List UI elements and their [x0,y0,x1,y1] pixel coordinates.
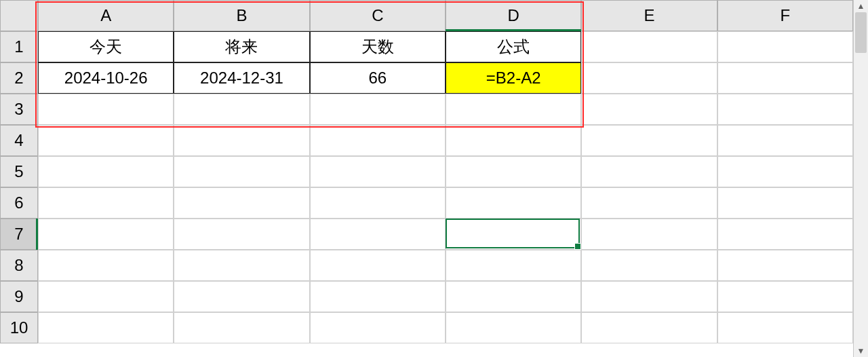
cell-E6[interactable] [581,187,717,219]
col-label: F [780,6,790,25]
col-header-B[interactable]: B [174,0,309,31]
cell-E5[interactable] [581,156,717,187]
cell-D3[interactable] [446,94,581,125]
cell-B4[interactable] [174,125,309,156]
col-label: C [372,6,383,25]
row-header-3[interactable]: 3 [0,94,38,125]
cell-C1[interactable]: 天数 [310,31,446,62]
scroll-thumb[interactable] [855,12,867,53]
cell-A10[interactable] [38,312,174,343]
col-header-E[interactable]: E [581,0,717,31]
row-header-6[interactable]: 6 [0,187,38,219]
col-header-F[interactable]: F [717,0,853,31]
cell-F10[interactable] [717,312,853,343]
corner-cell[interactable] [0,0,38,31]
scroll-track[interactable] [854,12,868,345]
col-header-C[interactable]: C [310,0,446,31]
row-label: 7 [14,225,23,244]
row-header-7[interactable]: 7 [0,219,38,250]
cell-F9[interactable] [717,281,853,312]
cell-A7[interactable] [38,219,174,250]
row-label: 10 [10,318,28,337]
col-header-D[interactable]: D [446,0,581,31]
spreadsheet-grid[interactable]: A B C D E F 1 今天 将来 天数 公式 2 2024-10-26 2… [0,0,853,343]
cell-value: 66 [368,69,387,88]
vertical-scrollbar[interactable]: ▲ ▼ [853,0,868,357]
col-label: B [236,6,247,25]
cell-F7[interactable] [717,219,853,250]
cell-F6[interactable] [717,187,853,219]
cell-D4[interactable] [446,125,581,156]
cell-B1[interactable]: 将来 [174,31,309,62]
row-label: 6 [14,193,23,212]
cell-D10[interactable] [446,312,581,343]
cell-E7[interactable] [581,219,717,250]
cell-value: =B2-A2 [486,69,541,88]
cell-A4[interactable] [38,125,174,156]
cell-F5[interactable] [717,156,853,187]
cell-D5[interactable] [446,156,581,187]
cell-D6[interactable] [446,187,581,219]
cell-A1[interactable]: 今天 [38,31,174,62]
row-header-4[interactable]: 4 [0,125,38,156]
cell-C3[interactable] [310,94,446,125]
col-header-A[interactable]: A [38,0,174,31]
cell-value: 2024-10-26 [64,69,148,88]
cell-A2[interactable]: 2024-10-26 [38,62,174,94]
row-header-2[interactable]: 2 [0,62,38,94]
cell-E3[interactable] [581,94,717,125]
cell-E10[interactable] [581,312,717,343]
cell-F3[interactable] [717,94,853,125]
cell-E8[interactable] [581,250,717,281]
cell-F8[interactable] [717,250,853,281]
cell-F4[interactable] [717,125,853,156]
row-header-1[interactable]: 1 [0,31,38,62]
cell-value: 公式 [497,36,530,58]
cell-D8[interactable] [446,250,581,281]
cell-value: 2024-12-31 [200,69,283,88]
cell-C2[interactable]: 66 [310,62,446,94]
cell-B5[interactable] [174,156,309,187]
cell-A6[interactable] [38,187,174,219]
cell-B2[interactable]: 2024-12-31 [174,62,309,94]
cell-A5[interactable] [38,156,174,187]
cell-B6[interactable] [174,187,309,219]
cell-F2[interactable] [717,62,853,94]
cell-A8[interactable] [38,250,174,281]
cell-D7[interactable] [446,219,581,250]
row-label: 9 [14,287,23,306]
cell-C10[interactable] [310,312,446,343]
cell-C5[interactable] [310,156,446,187]
col-label: D [507,6,519,25]
row-label: 1 [14,37,23,56]
cell-A3[interactable] [38,94,174,125]
cell-C7[interactable] [310,219,446,250]
row-label: 2 [14,69,23,88]
cell-C6[interactable] [310,187,446,219]
cell-A9[interactable] [38,281,174,312]
cell-E1[interactable] [581,31,717,62]
row-header-5[interactable]: 5 [0,156,38,187]
cell-B3[interactable] [174,94,309,125]
cell-E2[interactable] [581,62,717,94]
cell-B9[interactable] [174,281,309,312]
cell-C9[interactable] [310,281,446,312]
row-header-9[interactable]: 9 [0,281,38,312]
scroll-up-button[interactable]: ▲ [854,0,868,12]
cell-B7[interactable] [174,219,309,250]
cell-D2[interactable]: =B2-A2 [446,62,581,94]
cell-E4[interactable] [581,125,717,156]
col-label: E [644,6,654,25]
cell-B10[interactable] [174,312,309,343]
cell-C8[interactable] [310,250,446,281]
cell-B8[interactable] [174,250,309,281]
cell-F1[interactable] [717,31,853,62]
row-header-8[interactable]: 8 [0,250,38,281]
row-label: 3 [14,100,23,119]
scroll-down-button[interactable]: ▼ [854,345,868,357]
cell-C4[interactable] [310,125,446,156]
cell-E9[interactable] [581,281,717,312]
cell-D9[interactable] [446,281,581,312]
cell-D1[interactable]: 公式 [446,31,581,62]
row-header-10[interactable]: 10 [0,312,38,343]
